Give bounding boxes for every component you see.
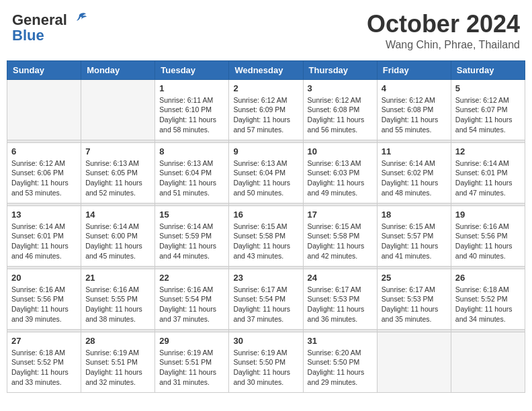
page-container: General Blue October 2024 Wang Chin, Phr… [7,7,525,393]
calendar-day-cell [377,332,451,392]
day-info: Sunrise: 6:13 AM Sunset: 6:03 PM Dayligh… [308,158,373,198]
calendar-day-cell: 6Sunrise: 6:12 AM Sunset: 6:06 PM Daylig… [7,142,81,203]
calendar-week-row: 27Sunrise: 6:18 AM Sunset: 5:52 PM Dayli… [7,332,525,392]
calendar-day-cell: 30Sunrise: 6:19 AM Sunset: 5:50 PM Dayli… [229,332,303,392]
page-header: General Blue October 2024 Wang Chin, Phr… [7,7,525,55]
logo-bird-icon [70,11,89,30]
calendar-day-cell: 16Sunrise: 6:15 AM Sunset: 5:58 PM Dayli… [229,205,303,266]
day-number: 28 [85,336,150,346]
day-info: Sunrise: 6:14 AM Sunset: 6:02 PM Dayligh… [382,158,447,198]
day-info: Sunrise: 6:13 AM Sunset: 6:04 PM Dayligh… [159,158,224,198]
calendar-day-header: Wednesday [229,60,303,79]
calendar-day-cell: 8Sunrise: 6:13 AM Sunset: 6:04 PM Daylig… [155,142,229,203]
day-number: 19 [455,210,521,220]
calendar-table: SundayMondayTuesdayWednesdayThursdayFrid… [7,60,525,393]
day-number: 26 [455,273,521,283]
day-number: 13 [11,210,77,220]
month-title: October 2024 [367,11,520,38]
calendar-day-cell [81,79,155,140]
day-number: 25 [382,273,447,283]
day-number: 3 [308,83,373,93]
day-info: Sunrise: 6:19 AM Sunset: 5:50 PM Dayligh… [233,348,298,387]
calendar-day-cell: 31Sunrise: 6:20 AM Sunset: 5:50 PM Dayli… [303,332,377,392]
calendar-day-header: Monday [81,60,155,79]
calendar-day-cell: 21Sunrise: 6:16 AM Sunset: 5:55 PM Dayli… [81,269,155,329]
day-number: 21 [85,273,150,283]
day-info: Sunrise: 6:16 AM Sunset: 5:56 PM Dayligh… [11,285,77,324]
day-info: Sunrise: 6:17 AM Sunset: 5:53 PM Dayligh… [382,285,447,324]
calendar-day-cell: 2Sunrise: 6:12 AM Sunset: 6:09 PM Daylig… [229,79,303,140]
day-info: Sunrise: 6:19 AM Sunset: 5:51 PM Dayligh… [85,348,150,387]
day-info: Sunrise: 6:14 AM Sunset: 6:00 PM Dayligh… [85,222,150,261]
day-info: Sunrise: 6:12 AM Sunset: 6:07 PM Dayligh… [455,95,521,135]
day-number: 23 [233,273,298,283]
day-info: Sunrise: 6:12 AM Sunset: 6:08 PM Dayligh… [308,95,373,135]
day-info: Sunrise: 6:17 AM Sunset: 5:54 PM Dayligh… [233,285,298,324]
calendar-day-cell: 26Sunrise: 6:18 AM Sunset: 5:52 PM Dayli… [451,269,525,329]
day-number: 17 [308,210,373,220]
day-number: 10 [308,146,373,156]
calendar-day-header: Sunday [7,60,81,79]
calendar-week-row: 20Sunrise: 6:16 AM Sunset: 5:56 PM Dayli… [7,269,525,329]
day-info: Sunrise: 6:15 AM Sunset: 5:58 PM Dayligh… [233,222,298,261]
calendar-day-cell: 25Sunrise: 6:17 AM Sunset: 5:53 PM Dayli… [377,269,451,329]
day-number: 14 [85,210,150,220]
day-number: 24 [308,273,373,283]
day-info: Sunrise: 6:14 AM Sunset: 6:01 PM Dayligh… [11,222,77,261]
day-number: 30 [233,336,298,346]
day-info: Sunrise: 6:18 AM Sunset: 5:52 PM Dayligh… [11,348,77,387]
calendar-day-cell: 14Sunrise: 6:14 AM Sunset: 6:00 PM Dayli… [81,205,155,266]
calendar-week-row: 1Sunrise: 6:11 AM Sunset: 6:10 PM Daylig… [7,79,525,140]
day-number: 1 [159,83,224,93]
calendar-day-cell: 20Sunrise: 6:16 AM Sunset: 5:56 PM Dayli… [7,269,81,329]
day-info: Sunrise: 6:15 AM Sunset: 5:58 PM Dayligh… [308,222,373,261]
calendar-week-row: 13Sunrise: 6:14 AM Sunset: 6:01 PM Dayli… [7,205,525,266]
title-block: October 2024 Wang Chin, Phrae, Thailand [367,11,520,51]
calendar-day-header: Tuesday [155,60,229,79]
logo-blue-text: Blue [12,27,44,44]
calendar-day-cell: 4Sunrise: 6:12 AM Sunset: 6:08 PM Daylig… [377,79,451,140]
day-info: Sunrise: 6:14 AM Sunset: 6:01 PM Dayligh… [455,158,521,198]
calendar-day-cell: 11Sunrise: 6:14 AM Sunset: 6:02 PM Dayli… [377,142,451,203]
calendar-day-cell: 5Sunrise: 6:12 AM Sunset: 6:07 PM Daylig… [451,79,525,140]
day-number: 18 [382,210,447,220]
day-number: 6 [11,146,77,156]
day-info: Sunrise: 6:19 AM Sunset: 5:51 PM Dayligh… [159,348,224,387]
calendar-day-cell [451,332,525,392]
calendar-day-header: Thursday [303,60,377,79]
logo: General Blue [12,11,89,44]
location-title: Wang Chin, Phrae, Thailand [367,39,520,51]
calendar-day-cell: 7Sunrise: 6:13 AM Sunset: 6:05 PM Daylig… [81,142,155,203]
day-number: 7 [85,146,150,156]
calendar-week-row: 6Sunrise: 6:12 AM Sunset: 6:06 PM Daylig… [7,142,525,203]
day-info: Sunrise: 6:12 AM Sunset: 6:06 PM Dayligh… [11,158,77,198]
day-number: 8 [159,146,224,156]
day-info: Sunrise: 6:17 AM Sunset: 5:53 PM Dayligh… [308,285,373,324]
calendar-day-cell: 27Sunrise: 6:18 AM Sunset: 5:52 PM Dayli… [7,332,81,392]
calendar-day-cell: 17Sunrise: 6:15 AM Sunset: 5:58 PM Dayli… [303,205,377,266]
day-info: Sunrise: 6:20 AM Sunset: 5:50 PM Dayligh… [308,348,373,387]
calendar-day-cell: 9Sunrise: 6:13 AM Sunset: 6:04 PM Daylig… [229,142,303,203]
day-info: Sunrise: 6:15 AM Sunset: 5:57 PM Dayligh… [382,222,447,261]
day-number: 12 [455,146,521,156]
day-info: Sunrise: 6:12 AM Sunset: 6:08 PM Dayligh… [382,95,447,135]
day-info: Sunrise: 6:16 AM Sunset: 5:56 PM Dayligh… [455,222,521,261]
day-info: Sunrise: 6:14 AM Sunset: 5:59 PM Dayligh… [159,222,224,261]
calendar-day-cell: 24Sunrise: 6:17 AM Sunset: 5:53 PM Dayli… [303,269,377,329]
day-number: 9 [233,146,298,156]
calendar-day-cell: 1Sunrise: 6:11 AM Sunset: 6:10 PM Daylig… [155,79,229,140]
calendar-day-cell: 10Sunrise: 6:13 AM Sunset: 6:03 PM Dayli… [303,142,377,203]
day-info: Sunrise: 6:16 AM Sunset: 5:55 PM Dayligh… [85,285,150,324]
day-info: Sunrise: 6:13 AM Sunset: 6:04 PM Dayligh… [233,158,298,198]
day-info: Sunrise: 6:16 AM Sunset: 5:54 PM Dayligh… [159,285,224,324]
day-number: 27 [11,336,77,346]
calendar-day-cell: 23Sunrise: 6:17 AM Sunset: 5:54 PM Dayli… [229,269,303,329]
calendar-day-header: Friday [377,60,451,79]
day-info: Sunrise: 6:11 AM Sunset: 6:10 PM Dayligh… [159,95,224,135]
day-number: 16 [233,210,298,220]
calendar-day-cell: 15Sunrise: 6:14 AM Sunset: 5:59 PM Dayli… [155,205,229,266]
day-number: 2 [233,83,298,93]
day-number: 11 [382,146,447,156]
day-info: Sunrise: 6:18 AM Sunset: 5:52 PM Dayligh… [455,285,521,324]
day-number: 22 [159,273,224,283]
